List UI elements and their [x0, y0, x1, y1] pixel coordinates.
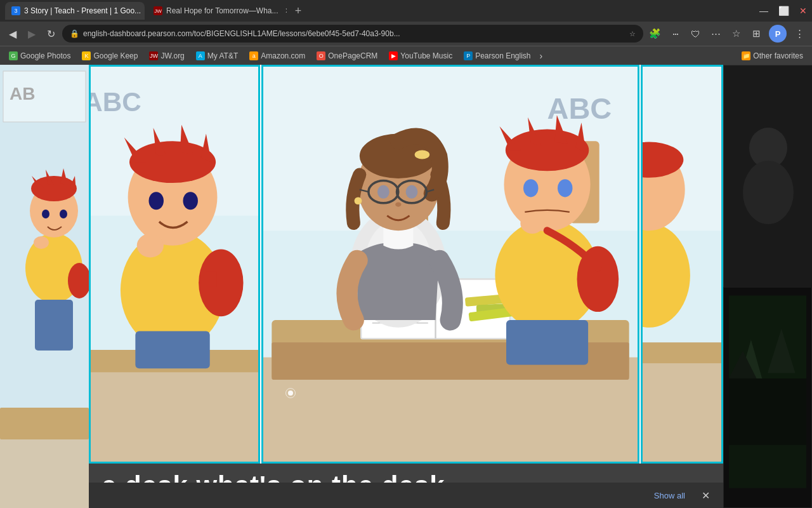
bookmark-label-photos: Google Photos — [20, 51, 70, 60]
tab-label-2: Real Hope for Tomorrow—Wha... — [166, 6, 278, 15]
window-controls: — ⬜ ✕ — [759, 6, 807, 16]
svg-text:ABC: ABC — [91, 87, 141, 117]
tab-favicon-1: 3 — [11, 6, 20, 15]
lock-icon: 🔒 — [70, 29, 79, 38]
svg-point-73 — [523, 179, 538, 197]
bookmark-label-pearson: Pearson English — [475, 51, 530, 60]
shield-icon[interactable]: 🛡 — [688, 26, 703, 41]
bookmark-photos[interactable]: G Google Photos — [4, 50, 75, 62]
right-video-panel — [723, 65, 812, 508]
bookmark-label-youtube: YouTube Music — [400, 51, 452, 60]
svg-point-74 — [558, 179, 572, 197]
bookmark-keep[interactable]: K Google Keep — [77, 50, 143, 62]
svg-rect-81 — [643, 342, 721, 363]
bookmark-favicon-att: A — [196, 51, 205, 60]
svg-text:AB: AB — [10, 84, 35, 104]
svg-point-87 — [743, 161, 794, 224]
svg-point-12 — [42, 210, 49, 218]
profile-avatar[interactable]: P — [769, 25, 787, 43]
more-bookmarks-button[interactable]: › — [537, 50, 546, 62]
svg-rect-80 — [643, 358, 721, 462]
toolbar-icons: 🧩 ··· 🛡 ⋯ ☆ ⊞ P ⋮ — [647, 25, 807, 43]
bookmark-favicon-onecrm: O — [317, 51, 325, 60]
svg-point-63 — [406, 185, 418, 199]
svg-point-29 — [149, 192, 164, 210]
bookmark-icon[interactable]: ☆ — [728, 26, 743, 41]
tab-label-1: 3 Story | Teach - Present | 1 Goo... — [24, 6, 141, 15]
bookmark-youtube[interactable]: ▶ YouTube Music — [384, 50, 457, 62]
lesson-area: ABC — [89, 65, 723, 508]
more-icon[interactable]: ⋯ — [708, 26, 723, 41]
svg-point-65 — [355, 197, 362, 204]
bookmark-pearson[interactable]: P Pearson English — [459, 50, 535, 62]
svg-point-30 — [183, 192, 197, 210]
bookmark-onecrm[interactable]: O OnePageCRM — [311, 50, 383, 62]
bookmark-favicon-photos: G — [9, 51, 18, 60]
video-tile-top — [723, 65, 812, 287]
panel-center: ABC — [261, 65, 639, 464]
bookmarks-bar: G Google Photos K Google Keep JW JW.org … — [0, 46, 812, 65]
svg-point-7 — [31, 176, 77, 201]
new-tab-button[interactable]: + — [289, 2, 307, 20]
reload-button[interactable]: ↻ — [43, 26, 58, 41]
bookmark-favicon-other: 📁 — [742, 51, 750, 60]
panel-left: ABC — [89, 65, 260, 464]
tab-favicon-2: JW — [154, 6, 162, 15]
svg-point-62 — [377, 185, 390, 199]
close-window-button[interactable]: ✕ — [799, 6, 807, 16]
browser-content: ABC — [89, 65, 723, 508]
address-text: english-dashboard.pearson.com/toc/BIGENG… — [83, 29, 625, 38]
bookmark-favicon-youtube: ▶ — [389, 51, 398, 60]
tab-inactive[interactable]: JW Real Hope for Tomorrow—Wha... ✕ — [147, 2, 287, 20]
address-box[interactable]: 🔒 english-dashboard.pearson.com/toc/BIGE… — [62, 25, 643, 43]
svg-point-56 — [415, 150, 429, 159]
panel-right — [641, 65, 723, 464]
svg-point-75 — [520, 213, 544, 234]
content-area: AB — [0, 65, 812, 508]
forward-button[interactable]: ▶ — [24, 26, 39, 41]
menu-icon[interactable]: ⋮ — [792, 26, 807, 41]
bookmark-favicon-amazon: a — [249, 51, 258, 60]
bookmark-label-jw: JW.org — [160, 51, 184, 60]
grid-icon[interactable]: ⊞ — [749, 26, 764, 41]
bookmark-favicon-pearson: P — [464, 51, 473, 60]
bookmark-label-other: Other favorites — [753, 51, 803, 60]
address-bar-row: ◀ ▶ ↻ 🔒 english-dashboard.pearson.com/to… — [0, 22, 812, 46]
svg-rect-77 — [506, 320, 588, 364]
svg-point-13 — [60, 210, 67, 218]
bookmark-label-amazon: Amazon.com — [261, 51, 305, 60]
left-video-panel: AB — [0, 65, 89, 508]
download-close-button[interactable]: ✕ — [698, 488, 713, 503]
download-bar: Show all ✕ — [89, 483, 723, 508]
back-button[interactable]: ◀ — [5, 26, 20, 41]
tab-close-2[interactable]: ✕ — [285, 6, 287, 15]
svg-point-14 — [34, 236, 49, 249]
bookmark-label-keep: Google Keep — [93, 51, 138, 60]
svg-point-32 — [199, 250, 243, 317]
svg-rect-4 — [0, 408, 89, 439]
extensions-icon[interactable]: 🧩 — [647, 26, 662, 41]
show-all-button[interactable]: Show all — [649, 488, 690, 503]
svg-point-31 — [137, 234, 164, 258]
bookmark-favicon-jw: JW — [149, 51, 158, 60]
svg-rect-34 — [135, 331, 209, 369]
bookmark-att[interactable]: A My AT&T — [191, 50, 243, 62]
svg-point-64 — [395, 203, 401, 207]
svg-rect-3 — [0, 433, 89, 508]
svg-rect-16 — [35, 300, 73, 351]
address-star-icon: ☆ — [629, 30, 636, 38]
minimize-button[interactable]: — — [759, 6, 768, 16]
left-illustration: AB — [0, 65, 89, 508]
tab-active[interactable]: 3 3 Story | Teach - Present | 1 Goo... ✕ — [5, 2, 145, 20]
bookmark-label-onecrm: OnePageCRM — [328, 51, 377, 60]
bookmark-amazon[interactable]: a Amazon.com — [244, 50, 310, 62]
title-bar: 3 3 Story | Teach - Present | 1 Goo... ✕… — [0, 0, 812, 22]
video-tile-bottom — [723, 287, 812, 508]
bookmark-favicon-keep: K — [82, 51, 91, 60]
bookmark-other[interactable]: 📁 Other favorites — [737, 50, 808, 62]
maximize-button[interactable]: ⬜ — [778, 6, 789, 16]
illustration-strip: ABC — [89, 65, 723, 464]
svg-rect-20 — [91, 364, 258, 462]
more-tools-icon[interactable]: ··· — [667, 26, 683, 41]
bookmark-jw[interactable]: JW JW.org — [144, 50, 189, 62]
